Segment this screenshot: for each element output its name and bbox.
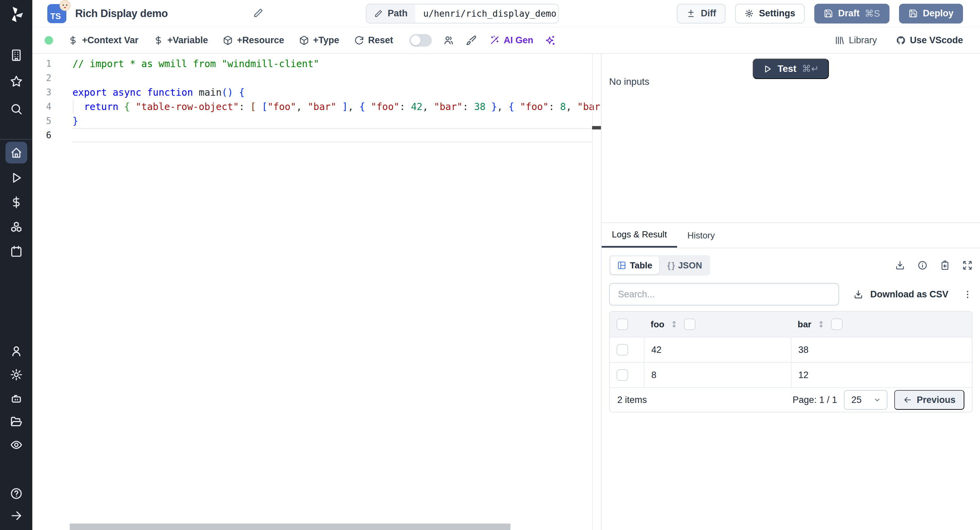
diff-mode-toggle[interactable] xyxy=(409,34,432,47)
draft-shortcut: ⌘S xyxy=(865,8,880,19)
code-editor[interactable]: 1// import * as wmill from "windmill-cli… xyxy=(32,54,601,530)
sidebar-item-variables[interactable] xyxy=(5,192,27,213)
ai-gen-label: AI Gen xyxy=(504,35,533,46)
diff-button[interactable]: Diff xyxy=(677,4,725,24)
table-footer: 2 items Page: 1 / 1 25 xyxy=(610,387,972,412)
add-type-button[interactable]: +Type xyxy=(299,35,339,46)
sidebar-item-runs[interactable] xyxy=(5,167,27,189)
test-label: Test xyxy=(778,63,797,74)
sidebar-item-search[interactable] xyxy=(5,98,27,120)
typescript-badge: TS xyxy=(47,4,66,23)
sort-foo-button[interactable] xyxy=(670,320,679,329)
table-cell: 42 xyxy=(644,338,791,362)
test-shortcut: ⌘↵ xyxy=(802,63,819,74)
download-csv-button[interactable]: Download as CSV xyxy=(853,289,948,300)
line-number: 2 xyxy=(32,73,73,83)
column-header-bar[interactable]: bar xyxy=(798,319,811,330)
column-bar-checkbox[interactable] xyxy=(831,318,843,330)
tab-history[interactable]: History xyxy=(677,223,725,247)
add-context-var-button[interactable]: +Context Var xyxy=(68,35,138,46)
pagination: Page: 1 / 1 25 Pr xyxy=(792,390,964,410)
dollar-icon xyxy=(153,35,163,45)
brush-icon xyxy=(466,35,476,46)
library-button[interactable]: Library xyxy=(835,35,877,46)
multiplayer-button[interactable] xyxy=(443,35,454,46)
draft-button[interactable]: Draft ⌘S xyxy=(814,4,889,24)
editor-horizontal-scrollbar[interactable] xyxy=(70,524,511,530)
path-label-text: Path xyxy=(388,8,408,19)
sidebar-item-help[interactable] xyxy=(5,483,27,504)
sidebar-item-schedules[interactable] xyxy=(5,241,27,262)
calendar-icon xyxy=(10,245,23,258)
view-table-label: Table xyxy=(630,260,652,271)
add-variable-label: +Variable xyxy=(167,35,208,46)
previous-page-button[interactable]: Previous xyxy=(894,390,964,410)
tab-logs-result[interactable]: Logs & Result xyxy=(601,223,677,247)
sort-bar-button[interactable] xyxy=(817,320,826,329)
code-line[interactable]: 5} xyxy=(32,114,601,128)
items-count: 2 items xyxy=(617,395,647,405)
row-checkbox[interactable] xyxy=(617,344,628,356)
code-line[interactable]: 4 return { "table-row-object": [ ["foo",… xyxy=(32,99,601,114)
add-variable-button[interactable]: +Variable xyxy=(153,35,208,46)
table-icon xyxy=(617,261,626,270)
table-search-row: Download as CSV xyxy=(609,283,972,305)
diff-label: Diff xyxy=(701,8,716,19)
column-header-foo[interactable]: foo xyxy=(651,319,664,330)
sidebar-item-folders[interactable] xyxy=(5,411,27,433)
windmill-logo-icon[interactable] xyxy=(6,5,27,25)
line-number: 4 xyxy=(32,102,73,112)
cursor-marker xyxy=(592,126,601,129)
reset-button[interactable]: Reset xyxy=(354,35,393,46)
code-line[interactable]: 3export async function main() { xyxy=(32,85,601,99)
sidebar-item-expand[interactable] xyxy=(5,505,27,527)
code-line[interactable]: 2 xyxy=(32,71,601,85)
code-text: // import * as wmill from "windmill-clie… xyxy=(73,58,319,69)
view-table-button[interactable]: Table xyxy=(611,257,659,274)
github-icon xyxy=(896,35,906,45)
gear-icon xyxy=(10,368,23,381)
row-checkbox[interactable] xyxy=(617,369,628,381)
table-row: 812 xyxy=(610,362,972,387)
code-line[interactable]: 1// import * as wmill from "windmill-cli… xyxy=(32,57,601,71)
sidebar-item-settings[interactable] xyxy=(5,364,27,386)
use-vscode-button[interactable]: Use VScode xyxy=(896,35,963,46)
format-button[interactable] xyxy=(466,35,476,46)
sidebar-item-favorites[interactable] xyxy=(5,70,27,92)
add-resource-button[interactable]: +Resource xyxy=(223,35,284,46)
right-panel: Test ⌘↵ No inputs Logs & Result History xyxy=(601,54,980,530)
line-number: 1 xyxy=(32,59,73,69)
table-menu-button[interactable] xyxy=(963,289,972,299)
settings-label: Settings xyxy=(759,8,795,19)
ai-gen-button[interactable]: AI Gen xyxy=(490,35,533,46)
settings-button[interactable]: Settings xyxy=(735,4,805,24)
ai-sparkles-button[interactable] xyxy=(545,35,555,46)
clipboard-copy-icon[interactable] xyxy=(940,260,950,270)
deploy-button[interactable]: Deploy xyxy=(899,4,963,24)
info-icon[interactable] xyxy=(917,260,928,270)
sidebar-item-home[interactable] xyxy=(5,142,27,163)
path-value[interactable]: u/henri/rich_display_demo xyxy=(415,5,558,23)
edit-path-button[interactable]: Path xyxy=(366,5,415,23)
sidebar-item-workspace[interactable] xyxy=(5,44,27,66)
select-all-checkbox[interactable] xyxy=(617,318,628,330)
edit-summary-button[interactable] xyxy=(253,8,264,20)
search-input[interactable] xyxy=(609,283,839,305)
line-number: 5 xyxy=(32,116,73,126)
download-icon[interactable] xyxy=(895,260,905,270)
braces-icon: { } xyxy=(667,260,674,270)
package-icon xyxy=(299,35,309,45)
column-foo-checkbox[interactable] xyxy=(684,318,695,330)
dollar-icon xyxy=(10,196,23,209)
sidebar-item-audit-logs[interactable] xyxy=(5,434,27,456)
page-size-select[interactable]: 25 xyxy=(844,390,888,410)
user-icon xyxy=(10,345,23,358)
sidebar-item-users[interactable] xyxy=(5,340,27,362)
sidebar-item-workers[interactable] xyxy=(5,388,27,409)
view-json-button[interactable]: { } JSON xyxy=(660,257,709,274)
expand-icon[interactable] xyxy=(962,260,972,270)
home-icon xyxy=(10,146,23,159)
test-button[interactable]: Test ⌘↵ xyxy=(753,59,829,79)
sidebar-item-resources[interactable] xyxy=(5,216,27,238)
page-title: Rich Display demo xyxy=(75,8,168,20)
